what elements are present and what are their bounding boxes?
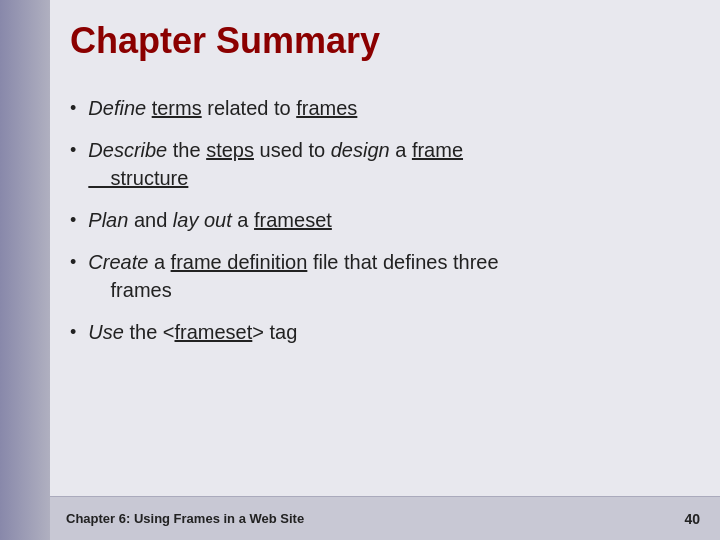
bullet-dot: •	[70, 96, 76, 121]
text-plain: a	[237, 209, 254, 231]
text-underline: frameset	[175, 321, 253, 343]
text-italic: Create	[88, 251, 148, 273]
footer: SHELLY CASHMAN SERIES. Chapter 6: Using …	[0, 496, 720, 540]
text-underline: terms	[152, 97, 202, 119]
text-underline: frame definition	[171, 251, 308, 273]
list-item: • Define terms related to frames	[70, 94, 680, 122]
text-plain: > tag	[252, 321, 297, 343]
text-plain: a	[154, 251, 171, 273]
slide-container: Chapter Summary • Define terms related t…	[0, 0, 720, 540]
text-underline: frames	[296, 97, 357, 119]
slide-title: Chapter Summary	[70, 20, 680, 66]
text-plain: a	[395, 139, 412, 161]
bullet-dot: •	[70, 138, 76, 163]
text-underline: steps	[206, 139, 254, 161]
text-italic: design	[331, 139, 390, 161]
text-plain: the <	[129, 321, 174, 343]
bullet-text: Plan and lay out a frameset	[88, 206, 332, 234]
footer-chapter-label: Chapter 6: Using Frames in a Web Site	[50, 511, 684, 526]
footer-page-number: 40	[684, 511, 720, 527]
bullet-text: Use the <frameset> tag	[88, 318, 297, 346]
list-item: • Create a frame definition file that de…	[70, 248, 680, 304]
text-italic: Define	[88, 97, 146, 119]
bullet-dot: •	[70, 320, 76, 345]
text-italic: Use	[88, 321, 124, 343]
left-accent-bar	[0, 0, 50, 540]
text-underline: frameset	[254, 209, 332, 231]
bullet-text: Create a frame definition file that defi…	[88, 248, 498, 304]
text-plain: the	[173, 139, 206, 161]
bullet-text: Describe the steps used to design a fram…	[88, 136, 463, 192]
text-plain: used to	[260, 139, 331, 161]
list-item: • Use the <frameset> tag	[70, 318, 680, 346]
text-plain: and	[134, 209, 173, 231]
text-italic: Plan	[88, 209, 128, 231]
text-italic: lay out	[173, 209, 232, 231]
bullet-dot: •	[70, 250, 76, 275]
bullet-list: • Define terms related to frames • Descr…	[70, 94, 680, 476]
bullet-dot: •	[70, 208, 76, 233]
bullet-text: Define terms related to frames	[88, 94, 357, 122]
main-content: Chapter Summary • Define terms related t…	[50, 0, 720, 496]
list-item: • Plan and lay out a frameset	[70, 206, 680, 234]
text-plain: related to	[207, 97, 296, 119]
text-italic: Describe	[88, 139, 167, 161]
list-item: • Describe the steps used to design a fr…	[70, 136, 680, 192]
